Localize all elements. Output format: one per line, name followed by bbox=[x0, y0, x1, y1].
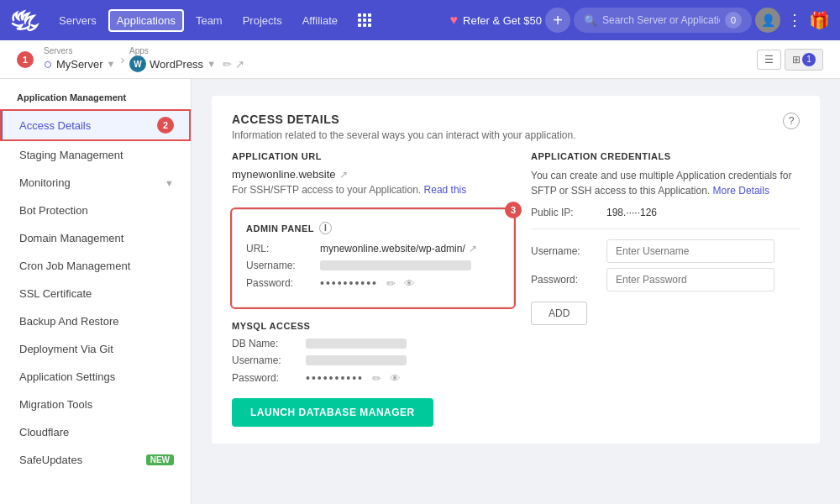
sidebar-item-staging[interactable]: Staging Management bbox=[0, 141, 191, 169]
more-details-link[interactable]: More Details bbox=[713, 185, 769, 197]
logo[interactable] bbox=[10, 8, 40, 32]
sidebar-item-cron[interactable]: Cron Job Management bbox=[0, 252, 191, 280]
sidebar-item-monitoring[interactable]: Monitoring ▼ bbox=[0, 169, 191, 197]
show-password-icon[interactable]: 👁 bbox=[404, 277, 415, 290]
avatar[interactable]: 👤 bbox=[755, 8, 780, 33]
grid-view-button[interactable]: ⊞ 1 bbox=[785, 49, 823, 71]
mysql-title: MYSQL ACCESS bbox=[232, 321, 514, 331]
sidebar-item-ssl[interactable]: SSL Certificate bbox=[0, 280, 191, 307]
page-subtitle: Information related to the several ways … bbox=[232, 129, 576, 141]
list-view-button[interactable]: ☰ bbox=[757, 50, 781, 70]
sidebar-item-safeupdates[interactable]: SafeUpdates NEW bbox=[0, 446, 191, 474]
mysql-section: MYSQL ACCESS DB Name: Username: Password… bbox=[232, 321, 514, 427]
mysql-username-value bbox=[306, 355, 407, 365]
ssh-hint: For SSH/SFTP access to your Application.… bbox=[232, 184, 514, 196]
gift-icon[interactable]: 🎁 bbox=[809, 10, 830, 30]
chevron-down-icon: ▼ bbox=[165, 178, 174, 188]
add-button[interactable]: + bbox=[545, 8, 570, 33]
breadcrumb-servers: Servers ○ MyServer ▼ bbox=[44, 46, 115, 73]
search-badge: 0 bbox=[725, 12, 742, 29]
add-credentials-button[interactable]: ADD bbox=[531, 302, 587, 325]
app-url-value: mynewonline.website ↗ bbox=[232, 168, 514, 181]
search-icon: 🔍 bbox=[584, 14, 597, 27]
sidebar-item-access-details[interactable]: Access Details 2 bbox=[0, 109, 191, 141]
nav-projects[interactable]: Projects bbox=[234, 9, 291, 32]
mysql-show-icon[interactable]: 👁 bbox=[390, 372, 401, 385]
nav-team[interactable]: Team bbox=[187, 9, 231, 32]
mysql-edit-icon[interactable]: ✏ bbox=[372, 372, 381, 385]
db-name-value bbox=[306, 339, 407, 349]
admin-panel-box: 3 ADMIN PANEL i URL: mynewonline.website… bbox=[232, 209, 514, 307]
credentials-section: APPLICATION CREDENTIALS You can create a… bbox=[531, 151, 800, 325]
list-view-icon: ☰ bbox=[764, 54, 774, 66]
username-label: Username: bbox=[246, 260, 313, 271]
nav-affiliate[interactable]: Affiliate bbox=[294, 9, 346, 32]
sidebar-item-migration[interactable]: Migration Tools bbox=[0, 391, 191, 418]
sidebar-item-app-settings[interactable]: Application Settings bbox=[0, 363, 191, 391]
info-icon[interactable]: i bbox=[319, 222, 332, 234]
main-content: ACCESS DETAILS Information related to th… bbox=[192, 79, 840, 504]
mysql-password-label: Password: bbox=[232, 372, 299, 384]
edit-icon[interactable]: ✏ bbox=[223, 58, 232, 71]
admin-external-link-icon[interactable]: ↗ bbox=[469, 243, 477, 255]
sidebar-item-backup[interactable]: Backup And Restore bbox=[0, 307, 191, 335]
step-3-badge: 3 bbox=[505, 202, 522, 218]
help-icon[interactable]: ? bbox=[783, 113, 800, 129]
search-input[interactable] bbox=[602, 14, 720, 26]
sidebar-item-bot-protection[interactable]: Bot Protection bbox=[0, 197, 191, 224]
topnav: Servers Applications Team Projects Affil… bbox=[0, 0, 840, 40]
credentials-description: You can create and use multiple Applicat… bbox=[531, 168, 800, 198]
public-ip-row: Public IP: 198.·····126 bbox=[531, 207, 800, 218]
password-row: Password: bbox=[531, 268, 800, 291]
db-name-label: DB Name: bbox=[232, 338, 299, 349]
wordpress-icon: W bbox=[129, 55, 146, 72]
step-1-badge: 1 bbox=[17, 51, 34, 68]
new-badge: NEW bbox=[146, 454, 174, 465]
sidebar-item-domain[interactable]: Domain Management bbox=[0, 224, 191, 252]
password-label: Password: bbox=[246, 277, 313, 289]
server-icon: ○ bbox=[44, 55, 53, 73]
refer-button[interactable]: ♥ Refer & Get $50 bbox=[450, 13, 542, 28]
sidebar-item-git[interactable]: Deployment Via Git bbox=[0, 335, 191, 363]
public-ip-value: 198.·····126 bbox=[606, 207, 657, 218]
page-title: ACCESS DETAILS bbox=[232, 113, 576, 126]
url-label: URL: bbox=[246, 243, 313, 255]
mysql-password-dots: •••••••••• bbox=[306, 371, 364, 385]
sidebar-item-cloudflare[interactable]: Cloudflare bbox=[0, 418, 191, 446]
nav-applications[interactable]: Applications bbox=[108, 9, 184, 32]
grid-view-icon: ⊞ bbox=[792, 54, 801, 66]
launch-database-button[interactable]: LAUNCH DATABASE MANAGER bbox=[232, 398, 433, 427]
step-2-badge: 2 bbox=[157, 117, 174, 134]
search-bar: 🔍 0 bbox=[574, 8, 752, 33]
app-chevron-down-icon: ▼ bbox=[207, 59, 216, 69]
username-row: Username: bbox=[531, 239, 800, 263]
credentials-title: APPLICATION CREDENTIALS bbox=[531, 151, 800, 161]
nav-servers[interactable]: Servers bbox=[50, 9, 105, 32]
chevron-down-icon: ▼ bbox=[107, 59, 116, 69]
sidebar-section-title: Application Management bbox=[0, 79, 191, 109]
access-details-card: ACCESS DETAILS Information related to th… bbox=[212, 96, 820, 444]
app-selector[interactable]: W WordPress ▼ ✏ ↗ bbox=[129, 55, 244, 72]
external-link-icon[interactable]: ↗ bbox=[339, 169, 348, 181]
app-url-label: APPLICATION URL bbox=[232, 151, 514, 161]
notification-badge: 1 bbox=[802, 53, 816, 66]
grid-menu[interactable] bbox=[349, 8, 380, 32]
read-this-link[interactable]: Read this bbox=[424, 184, 467, 196]
admin-username-value bbox=[320, 260, 471, 270]
password-input[interactable] bbox=[606, 268, 774, 291]
sidebar: Application Management Access Details 2 … bbox=[0, 79, 192, 504]
heart-icon: ♥ bbox=[450, 13, 459, 28]
server-selector[interactable]: ○ MyServer ▼ bbox=[44, 55, 115, 73]
mysql-username-label: Username: bbox=[232, 354, 299, 366]
breadcrumb-separator: › bbox=[120, 53, 124, 66]
admin-panel-title: ADMIN PANEL i bbox=[246, 222, 500, 234]
edit-password-icon[interactable]: ✏ bbox=[386, 277, 396, 290]
external-link-icon[interactable]: ↗ bbox=[235, 58, 244, 71]
username-input[interactable] bbox=[606, 239, 774, 263]
admin-url-value: mynewonline.website/wp-admin/ ↗ bbox=[320, 243, 477, 255]
admin-password-value: •••••••••• bbox=[320, 276, 378, 290]
breadcrumb: 1 Servers ○ MyServer ▼ › Apps W WordPres… bbox=[0, 40, 840, 79]
view-toggle: ☰ ⊞ 1 bbox=[757, 49, 823, 71]
more-options-icon[interactable]: ⋮ bbox=[784, 11, 806, 29]
breadcrumb-apps: Apps W WordPress ▼ ✏ ↗ bbox=[129, 46, 244, 72]
